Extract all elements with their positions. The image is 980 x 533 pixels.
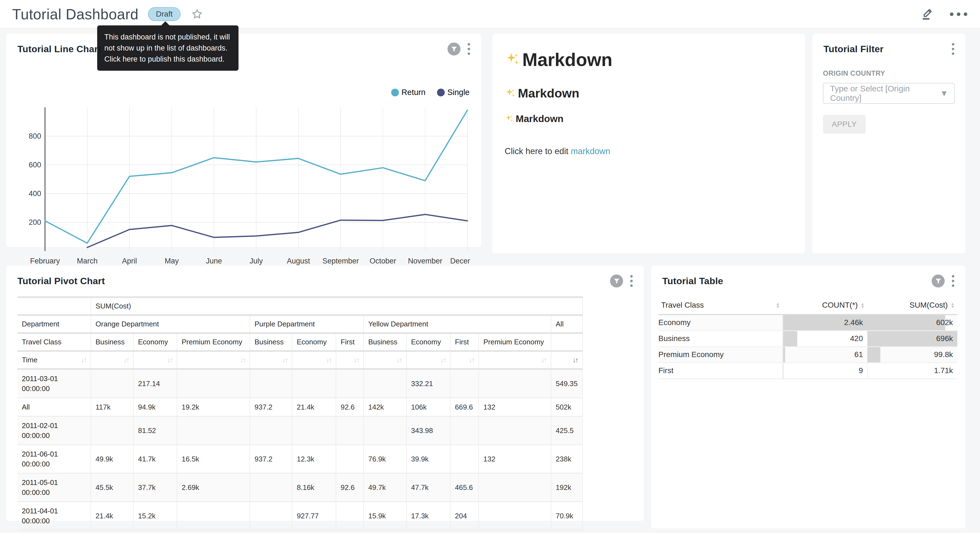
table-column-header[interactable]: COUNT(*)▲▼ [783,296,867,314]
row-label-line: 2011-05-01 [22,477,86,487]
sort-icon[interactable]: ↓↑ [354,356,359,364]
sort-icon[interactable]: ↓↑ [469,356,474,364]
sort-icon[interactable]: ↓↑ [396,356,402,364]
cell-value: 9 [783,366,868,375]
pivot-department-header[interactable]: Orange Department [91,315,250,333]
chart-menu-icon[interactable] [628,274,635,288]
sort-icon[interactable]: ↓↑ [123,356,129,364]
pivot-metric-header[interactable]: SUM(Cost) [91,297,582,315]
pivot-row-label: 2011-04-0100:00:00 [18,502,91,530]
sparkles-icon [504,52,521,68]
pivot-axis-label: Travel Class [18,333,91,351]
apply-button[interactable]: APPLY [823,115,866,134]
pivot-cell: 117k [91,398,133,417]
favorite-star-icon[interactable] [191,8,203,20]
pivot-sort-cell: ↓↑ [450,351,479,369]
pivot-class-header[interactable]: Business [364,333,406,351]
header-label: SUM(Cost) [910,301,948,310]
pivot-sort-cell: ↓↑ [292,351,336,369]
pivot-cell [250,417,292,445]
count-cell: 420 [783,330,867,346]
table-column-header[interactable]: Travel Class▲▼ [659,296,783,314]
pivot-cell [450,445,479,473]
pivot-cell [250,369,292,398]
sort-icon[interactable]: ↓↑ [440,356,445,364]
sort-icon[interactable]: ↓↑ [81,356,86,364]
chart-menu-icon[interactable] [950,274,956,288]
sort-icon[interactable]: ↓↑ [240,356,245,364]
line-chart-card: Tutorial Line Chart ReturnSingle 2004006… [6,34,481,247]
pivot-cell [91,417,133,445]
pivot-cell: 332.21 [406,369,450,398]
legend-label: Single [447,88,469,97]
pivot-cell: 92.6 [336,398,364,417]
edit-pencil-icon[interactable] [921,7,935,21]
pivot-cell: 927.77 [292,502,336,530]
cross-filter-icon[interactable] [447,43,460,56]
sort-icon[interactable]: ↓↑ [167,356,172,364]
table-column-header[interactable]: SUM(Cost)▲▼ [867,296,957,314]
sort-icon[interactable]: ↓↑ [541,356,546,364]
sort-icon[interactable]: ▲▼ [776,302,780,308]
pivot-department-header[interactable]: All [551,315,582,333]
cell-value: 696k [867,334,957,343]
pivot-department-header[interactable]: Yellow Department [364,315,551,333]
sort-icon[interactable]: ↓↑ [326,356,331,364]
pivot-class-header[interactable] [551,333,582,351]
sort-icon[interactable]: ▲▼ [861,302,865,308]
more-actions-icon[interactable] [950,13,967,16]
pivot-sort-row-label: Time↓↑ [18,351,91,369]
sort-icon[interactable]: ▲▼ [950,302,955,308]
pivot-cell: 76.9k [364,445,406,473]
table-row[interactable]: Business420696k [659,330,957,346]
x-axis-tick-label: September [323,257,359,265]
filter-menu-icon[interactable] [950,42,956,56]
pivot-class-header[interactable]: Premium Economy [479,333,551,351]
pivot-cell: 92.6 [336,473,364,502]
row-label-line: 00:00:00 [22,459,86,469]
markdown-edit-link[interactable]: markdown [571,146,610,156]
table-row[interactable]: Premium Economy6199.8k [659,346,957,362]
pivot-cell: 41.7k [133,445,177,473]
legend-item-return[interactable]: Return [391,88,425,97]
pivot-class-header[interactable]: Economy [292,333,336,351]
pivot-axis-label: Department [18,315,91,333]
top-bar: Tutorial Dashboard Draft [0,0,980,29]
pivot-class-header[interactable]: Business [250,333,292,351]
pivot-cell: 45.5k [91,473,133,502]
x-axis-tick-label: July [250,257,263,265]
y-axis-tick-label: 800 [29,132,41,140]
pivot-class-header[interactable]: Economy [406,333,450,351]
pivot-class-header[interactable]: First [336,333,364,351]
row-label-line: 00:00:00 [22,431,86,440]
cross-filter-icon[interactable] [610,274,623,287]
table-row[interactable]: Economy2.46k602k [659,314,957,330]
cross-filter-icon[interactable] [932,274,945,287]
pivot-sort-cell: ↓↑ [551,351,582,369]
sort-icon[interactable]: ↓↑ [282,356,287,364]
sort-down-icon: ▼ [950,305,955,308]
count-cell: 61 [783,346,867,362]
draft-status-badge[interactable]: Draft [148,7,181,21]
pivot-cell: 21.4k [91,502,133,530]
pivot-cell: 49.9k [91,445,133,473]
legend-item-single[interactable]: Single [437,88,469,97]
origin-country-select[interactable]: Type or Select [Origin Country] ▼ [823,83,955,104]
pivot-cell: 937.2 [250,445,292,473]
pivot-cell: 12.3k [292,445,336,473]
pivot-class-header[interactable]: Business [91,333,133,351]
pivot-class-header[interactable]: Premium Economy [177,333,250,351]
sort-icon[interactable]: ↓↑ [573,356,578,364]
table-row[interactable]: First91.71k [659,362,957,379]
pivot-cell: 15.9k [364,502,406,530]
pivot-class-header[interactable]: First [450,333,479,351]
travel-class-cell: Premium Economy [659,346,783,362]
row-label-line: 00:00:00 [22,487,86,497]
pivot-class-header[interactable]: Economy [133,333,177,351]
pivot-cell: 502k [551,398,582,417]
pivot-department-header[interactable]: Purple Department [250,315,364,333]
chart-menu-icon[interactable] [466,42,472,56]
pivot-cell: 217.14 [133,369,177,398]
markdown-heading-1: Markdown [504,49,793,70]
pivot-cell: 94.9k [133,398,177,417]
